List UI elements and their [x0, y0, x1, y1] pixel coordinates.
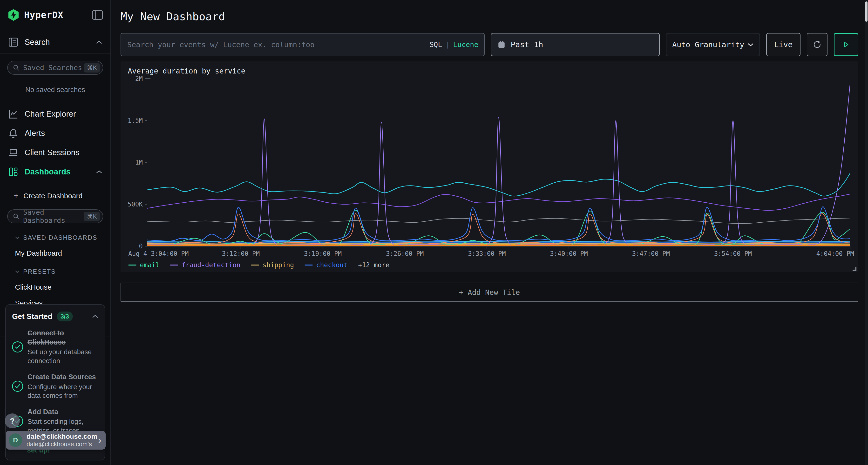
plus-icon: +	[13, 191, 19, 201]
add-new-tile-button[interactable]: + Add New Tile	[121, 283, 858, 302]
dashboard-tile-average-duration[interactable]: Average duration by service 0500K1M1.5M2…	[121, 61, 858, 272]
svg-text:1.5M: 1.5M	[128, 117, 143, 124]
chevron-down-icon	[15, 236, 19, 239]
presets-header: PRESETS	[23, 268, 56, 275]
divider	[0, 54, 111, 54]
toolbar: Search your events w/ Lucene ex. column:…	[121, 33, 858, 56]
sidebar-item-dashboards[interactable]: Dashboards	[0, 162, 111, 181]
line-chart[interactable]: 0500K1M1.5M2MAug 4 3:04:00 PM3:12:00 PM3…	[128, 75, 855, 258]
tile-resize-handle[interactable]	[852, 267, 857, 271]
chevron-up-icon[interactable]	[96, 40, 102, 44]
play-icon	[842, 40, 850, 49]
no-saved-searches-text: No saved searches	[0, 86, 111, 94]
legend-swatch	[170, 265, 178, 266]
dashboards-icon	[8, 167, 18, 177]
mode-separator: |	[445, 40, 450, 49]
event-search-placeholder: Search your events w/ Lucene ex. column:…	[127, 40, 429, 49]
calendar-icon	[498, 40, 505, 49]
legend-swatch	[305, 265, 313, 266]
legend-swatch	[251, 265, 259, 266]
saved-dashboards-input[interactable]: Saved Dashboards ⌘K	[7, 209, 103, 223]
time-range-value: Past 1h	[511, 40, 543, 49]
saved-dashboards-placeholder: Saved Dashboards	[23, 208, 84, 225]
sidebar-section-search[interactable]: Search	[0, 37, 111, 47]
help-button[interactable]: ?	[5, 413, 20, 428]
create-dashboard-button[interactable]: + Create Dashboard	[0, 189, 111, 203]
legend-item-fraud-detection[interactable]: fraud-detection	[170, 261, 240, 269]
chart-title: Average duration by service	[128, 67, 851, 75]
task-title[interactable]: Create Data Sources	[28, 372, 98, 381]
task-subtitle: Set up your database connection	[28, 348, 98, 365]
run-query-button[interactable]	[834, 33, 858, 56]
sidebar-item-label: Client Sessions	[25, 148, 102, 157]
chevron-right-icon: ›	[98, 435, 101, 445]
granularity-value: Auto Granularity	[672, 40, 747, 49]
logo-row: HyperDX	[0, 0, 111, 21]
collapse-sidebar-icon[interactable]	[92, 10, 103, 20]
create-dashboard-label: Create Dashboard	[23, 192, 83, 200]
presets-section-toggle[interactable]: PRESETS	[0, 268, 111, 275]
main-content: My New Dashboard Search your events w/ L…	[111, 0, 868, 465]
saved-dashboards-header: SAVED DASHBOARDS	[23, 234, 97, 241]
lucene-mode-toggle[interactable]: Lucene	[453, 40, 478, 49]
saved-searches-placeholder: Saved Searches	[23, 64, 84, 72]
user-account-button[interactable]: D dale@clickhouse.com dale@clickhouse.co…	[6, 431, 105, 450]
sidebar-item-client-sessions[interactable]: Client Sessions	[0, 143, 111, 162]
refresh-icon	[812, 40, 822, 49]
sidebar: HyperDX Search Saved Searches ⌘K No save…	[0, 0, 111, 465]
time-range-picker[interactable]: Past 1h	[491, 33, 660, 56]
chevron-up-icon[interactable]	[96, 170, 102, 174]
legend-item-shipping[interactable]: shipping	[251, 261, 294, 269]
saved-dashboards-section-toggle[interactable]: SAVED DASHBOARDS	[0, 234, 111, 241]
check-circle-icon	[12, 341, 23, 353]
svg-text:3:12:00 PM: 3:12:00 PM	[222, 250, 260, 257]
svg-text:1M: 1M	[135, 159, 143, 166]
laptop-icon	[8, 147, 18, 158]
refresh-button[interactable]	[807, 33, 828, 56]
legend-item-email[interactable]: email	[128, 261, 159, 269]
svg-text:3:33:00 PM: 3:33:00 PM	[468, 250, 506, 257]
task-title[interactable]: Connect to ClickHouse	[28, 329, 98, 347]
scrollbar-track[interactable]	[865, 0, 868, 465]
sidebar-item-my-dashboard[interactable]: My Dashboard	[0, 249, 111, 257]
sidebar-item-alerts[interactable]: Alerts	[0, 124, 111, 143]
chevron-up-icon[interactable]	[92, 315, 98, 318]
legend-item-checkout[interactable]: checkout	[305, 261, 347, 269]
svg-text:3:40:00 PM: 3:40:00 PM	[550, 250, 588, 257]
sql-mode-toggle[interactable]: SQL	[429, 40, 442, 49]
user-email: dale@clickhouse.com	[27, 433, 98, 440]
sidebar-item-label: Alerts	[25, 129, 102, 138]
chart-explorer-icon	[8, 109, 18, 119]
page-title: My New Dashboard	[121, 0, 858, 23]
svg-text:3:47:00 PM: 3:47:00 PM	[632, 250, 670, 257]
task-create-data-sources[interactable]: Create Data Sources Configure where your…	[12, 372, 98, 400]
bell-icon	[8, 128, 18, 138]
search-section-icon	[8, 37, 18, 47]
svg-text:3:54:00 PM: 3:54:00 PM	[714, 250, 752, 257]
chevron-down-icon	[747, 43, 754, 46]
sidebar-item-chart-explorer[interactable]: Chart Explorer	[0, 104, 111, 124]
event-search-input[interactable]: Search your events w/ Lucene ex. column:…	[121, 33, 485, 56]
granularity-select[interactable]: Auto Granularity	[666, 33, 760, 56]
live-button[interactable]: Live	[766, 33, 801, 56]
check-circle-icon	[12, 381, 23, 392]
app-title: HyperDX	[24, 10, 92, 20]
search-icon	[12, 213, 20, 220]
scrollbar-thumb[interactable]	[865, 1, 868, 22]
legend-swatch	[128, 265, 136, 266]
get-started-progress-badge: 3/3	[57, 311, 73, 322]
svg-text:2M: 2M	[135, 75, 143, 82]
task-connect-clickhouse[interactable]: Connect to ClickHouse Set up your databa…	[12, 329, 98, 365]
task-title[interactable]: Add Data	[28, 407, 98, 417]
sidebar-item-clickhouse-preset[interactable]: ClickHouse	[0, 283, 111, 291]
svg-text:3:19:00 PM: 3:19:00 PM	[304, 250, 342, 257]
saved-searches-input[interactable]: Saved Searches ⌘K	[7, 61, 103, 75]
get-started-title: Get Started	[12, 312, 52, 321]
legend-more-link[interactable]: +12 more	[358, 261, 390, 269]
user-org: dale@clickhouse.com's	[27, 440, 98, 448]
svg-text:3:26:00 PM: 3:26:00 PM	[386, 250, 424, 257]
sidebar-item-label: Dashboards	[25, 167, 96, 176]
chevron-down-icon	[15, 270, 19, 273]
search-section-label: Search	[25, 38, 96, 47]
hyperdx-logo-icon	[7, 9, 20, 21]
